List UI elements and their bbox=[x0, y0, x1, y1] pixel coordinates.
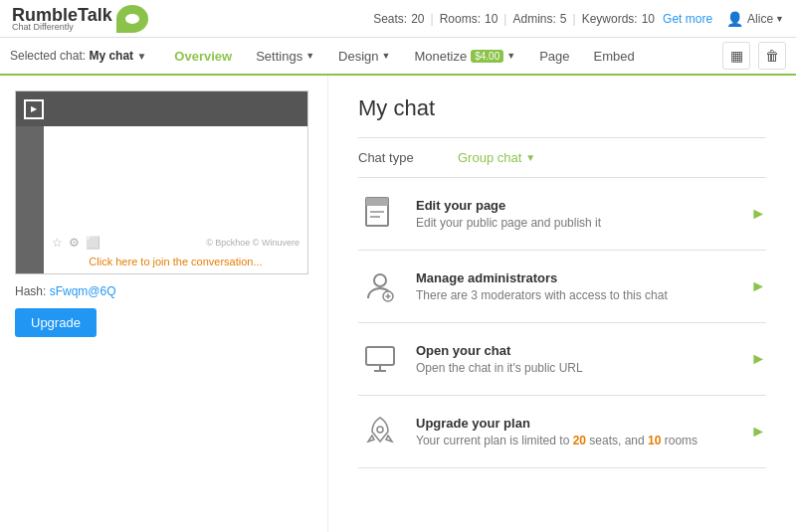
chat-window-body: ☆ ⚙ ⬜ © Bpckhoe © Winuvere Click here to… bbox=[16, 126, 307, 274]
chat-preview-panel: ☆ ⚙ ⬜ © Bpckhoe © Winuvere Click here to… bbox=[0, 76, 328, 532]
upgrade-rooms-number: 10 bbox=[648, 434, 661, 447]
rooms-value: 10 bbox=[485, 12, 498, 26]
nav-bar: Selected chat: My chat ▼ Overview Settin… bbox=[0, 38, 796, 76]
nav-design-arrow: ▼ bbox=[382, 51, 391, 61]
monitor-icon bbox=[358, 337, 402, 381]
keywords-value: 10 bbox=[642, 12, 655, 26]
seats-value: 20 bbox=[411, 12, 424, 26]
nav-settings-label: Settings bbox=[256, 49, 302, 64]
nav-monetize[interactable]: Monetize $4.00 ▼ bbox=[402, 37, 527, 75]
selected-chat[interactable]: Selected chat: My chat ▼ bbox=[10, 49, 146, 63]
open-chat-title: Open your chat bbox=[416, 343, 740, 358]
nav-embed[interactable]: Embed bbox=[582, 37, 647, 75]
upgrade-desc-after: rooms bbox=[661, 434, 697, 447]
chat-type-label: Chat type bbox=[358, 150, 458, 165]
chat-type-dropdown[interactable]: Group chat ▼ bbox=[458, 150, 535, 165]
nav-monetize-label: Monetize bbox=[414, 49, 467, 64]
chat-type-value-text: Group chat bbox=[458, 150, 521, 165]
page-icon bbox=[358, 192, 402, 236]
nav-overview[interactable]: Overview bbox=[162, 38, 244, 76]
open-chat-arrow: ► bbox=[750, 350, 766, 368]
selected-chat-label: Selected chat: bbox=[10, 49, 86, 63]
selected-chat-arrow: ▼ bbox=[136, 51, 146, 62]
edit-page-content: Edit your page Edit your public page and… bbox=[416, 198, 740, 230]
keywords-label: Keywords: bbox=[582, 12, 638, 26]
main-content: ☆ ⚙ ⬜ © Bpckhoe © Winuvere Click here to… bbox=[0, 76, 796, 532]
manage-admins-action[interactable]: Manage administrators There are 3 modera… bbox=[358, 251, 766, 323]
copy-button[interactable]: ▦ bbox=[722, 42, 750, 70]
rocket-icon bbox=[358, 410, 402, 453]
open-chat-action[interactable]: Open your chat Open the chat in it's pub… bbox=[358, 323, 766, 396]
image-icon: ⬜ bbox=[86, 236, 100, 250]
settings-icon: ⚙ bbox=[69, 236, 80, 250]
nav-monetize-arrow: ▼ bbox=[506, 51, 515, 61]
logo-bubble-icon bbox=[116, 5, 148, 33]
hash-line: Hash: sFwqm@6Q bbox=[15, 284, 312, 298]
delete-button[interactable]: 🗑 bbox=[758, 42, 786, 70]
open-chat-content: Open your chat Open the chat in it's pub… bbox=[416, 343, 740, 375]
hash-value[interactable]: sFwqm@6Q bbox=[50, 284, 116, 298]
hash-label: Hash: bbox=[15, 284, 46, 298]
manage-admins-arrow: ► bbox=[750, 277, 766, 295]
admins-value: 5 bbox=[560, 12, 567, 26]
nav-settings[interactable]: Settings ▼ bbox=[244, 37, 326, 75]
nav-overview-label: Overview bbox=[174, 49, 232, 64]
rooms-label: Rooms: bbox=[440, 12, 481, 26]
chat-window: ☆ ⚙ ⬜ © Bpckhoe © Winuvere Click here to… bbox=[15, 90, 308, 274]
upgrade-plan-desc: Your current plan is limited to 20 seats… bbox=[416, 434, 740, 447]
upgrade-plan-title: Upgrade your plan bbox=[416, 416, 740, 431]
edit-page-title: Edit your page bbox=[416, 198, 740, 213]
upgrade-plan-content: Upgrade your plan Your current plan is l… bbox=[416, 416, 740, 447]
open-chat-desc: Open the chat in it's public URL bbox=[416, 361, 740, 375]
upgrade-plan-arrow: ► bbox=[750, 423, 766, 441]
edit-page-desc: Edit your public page and publish it bbox=[416, 216, 740, 230]
get-more-link[interactable]: Get more bbox=[663, 12, 712, 26]
chat-main-area: ☆ ⚙ ⬜ © Bpckhoe © Winuvere Click here to… bbox=[44, 126, 307, 274]
click-join-link[interactable]: Click here to join the conversation... bbox=[48, 252, 303, 271]
nav-page-label: Page bbox=[539, 49, 569, 64]
seats-label: Seats: bbox=[373, 12, 407, 26]
svg-point-4 bbox=[374, 274, 386, 286]
nav-design[interactable]: Design ▼ bbox=[326, 37, 402, 75]
edit-page-arrow: ► bbox=[750, 205, 766, 223]
nav-design-label: Design bbox=[338, 49, 378, 64]
svg-rect-1 bbox=[366, 198, 388, 206]
logo: RumbleTalk Chat Differently bbox=[12, 5, 148, 33]
action-list: Edit your page Edit your public page and… bbox=[358, 178, 766, 468]
chat-sidebar-strip bbox=[16, 126, 44, 274]
chat-footer-copyright: © Bpckhoe © Winuvere bbox=[206, 238, 299, 248]
upgrade-desc-before: Your current plan is limited to bbox=[416, 434, 573, 447]
nav-items: Overview Settings ▼ Design ▼ Monetize $4… bbox=[162, 37, 722, 75]
play-button[interactable] bbox=[24, 99, 44, 119]
admins-label: Admins: bbox=[512, 12, 555, 26]
upgrade-seats-number: 20 bbox=[573, 434, 586, 447]
trash-icon: 🗑 bbox=[765, 48, 779, 64]
upgrade-plan-action[interactable]: Upgrade your plan Your current plan is l… bbox=[358, 396, 766, 468]
svg-rect-8 bbox=[366, 347, 394, 365]
top-stats: Seats: 20 | Rooms: 10 | Admins: 5 | Keyw… bbox=[373, 11, 784, 27]
chat-type-row: Chat type Group chat ▼ bbox=[358, 138, 766, 178]
nav-embed-label: Embed bbox=[594, 49, 635, 64]
overview-panel: My chat Chat type Group chat ▼ bbox=[328, 76, 796, 532]
chat-type-arrow: ▼ bbox=[525, 152, 535, 163]
manage-admins-content: Manage administrators There are 3 modera… bbox=[416, 270, 740, 302]
top-bar: RumbleTalk Chat Differently Seats: 20 | … bbox=[0, 0, 796, 38]
upgrade-button[interactable]: Upgrade bbox=[15, 308, 97, 337]
nav-settings-arrow: ▼ bbox=[305, 51, 314, 61]
logo-wordmark: RumbleTalk Chat Differently bbox=[12, 5, 112, 32]
monetize-badge: $4.00 bbox=[471, 50, 503, 63]
manage-admins-desc: There are 3 moderators with access to th… bbox=[416, 288, 740, 302]
chat-icon-group: ☆ ⚙ ⬜ bbox=[52, 236, 100, 250]
nav-page[interactable]: Page bbox=[527, 37, 581, 75]
page-title: My chat bbox=[358, 95, 766, 121]
copy-icon: ▦ bbox=[730, 48, 743, 64]
star-icon: ☆ bbox=[52, 236, 63, 250]
user-menu[interactable]: 👤 Alice ▼ bbox=[726, 11, 784, 27]
edit-page-action[interactable]: Edit your page Edit your public page and… bbox=[358, 178, 766, 251]
user-icon: 👤 bbox=[726, 11, 743, 27]
manage-admins-title: Manage administrators bbox=[416, 270, 740, 285]
upgrade-desc-mid: seats, and bbox=[586, 434, 648, 447]
username: Alice bbox=[747, 12, 773, 26]
chat-footer-icons: ☆ ⚙ ⬜ © Bpckhoe © Winuvere bbox=[48, 232, 303, 252]
admin-icon bbox=[358, 265, 402, 308]
